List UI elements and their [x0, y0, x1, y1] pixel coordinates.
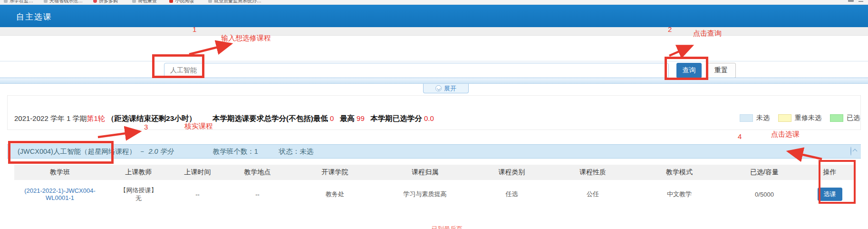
- course-status-value: 未选: [299, 147, 313, 156]
- table-header-row: 教学班 上课教师 上课时间 教学地点 开课学院 课程归属 课程类别 课程性质 教…: [14, 165, 856, 180]
- selected-credits: 0.0: [424, 114, 434, 122]
- semester-info-text: 2021-2022 学年 1 学期第1轮 （距选课结束还剩23小时） 本学期选课…: [14, 114, 434, 124]
- query-button[interactable]: 查询: [676, 63, 702, 78]
- bookmark-item[interactable]: 就业质量监测系统办…: [208, 0, 261, 5]
- course-status-label: 状态：: [279, 147, 300, 156]
- col-header-capacity: 已选/容量: [725, 168, 804, 177]
- bookmark-item[interactable]: 拼多多购: [93, 0, 118, 5]
- status-legend: 未选 重修未选 已选: [740, 114, 860, 122]
- col-header-action: 操作: [804, 168, 856, 177]
- class-time: --: [172, 191, 223, 198]
- col-header-teacher: 上课教师: [106, 168, 172, 177]
- selected-swatch: [830, 114, 843, 122]
- annotation-step4-number: 4: [738, 132, 742, 140]
- unselected-swatch: [740, 114, 753, 122]
- max-credits: 99: [357, 114, 365, 122]
- min-credits: 0: [330, 114, 334, 122]
- bookmark-item[interactable]: 小说阅读: [169, 0, 194, 5]
- select-course-button[interactable]: 选课: [818, 188, 842, 201]
- red-square-favicon-icon: [169, 0, 173, 3]
- browser-bookmarks-bar: 乐学在监… 天猫省钱示范… 拼多多购 荷包兼查 小说阅读 就业质量监测系统办…: [0, 0, 868, 5]
- page-title: 自主选课: [16, 11, 52, 22]
- annotation-arrow-2: [669, 46, 692, 56]
- teacher-name: 无: [106, 194, 172, 202]
- course-header-band[interactable]: (JWCX004)人工智能（超星网络课程） － 2.0 学分 教学班个数：1 状…: [7, 144, 861, 159]
- bookmark-label: 小说阅读: [175, 0, 194, 4]
- countdown-text: （距选课结束还剩23小时）: [107, 114, 196, 122]
- page-header: 自主选课: [0, 5, 868, 27]
- legend-label: 重修未选: [795, 114, 821, 122]
- collapse-course-button[interactable]: [850, 147, 859, 156]
- class-count-value: 1: [254, 148, 258, 155]
- class-mode: 中文教学: [634, 190, 725, 199]
- legend-item-retake: 重修未选: [778, 114, 821, 122]
- legend-item-unselected: 未选: [740, 114, 770, 122]
- favicon-icon: [4, 0, 8, 3]
- favicon-icon: [44, 0, 48, 3]
- bookmark-label: 拼多多购: [99, 0, 118, 4]
- col-header-nature: 课程性质: [552, 168, 634, 177]
- max-label: 最高: [340, 114, 355, 122]
- table-row: (2021-2022-1)-JWCX004-WL0001-1 【网络授课】 无 …: [14, 180, 856, 209]
- selected-label: 本学期已选学分: [370, 114, 422, 122]
- expand-toggle[interactable]: 展开: [423, 84, 469, 93]
- form-divider: [0, 61, 868, 61]
- course-title: (JWCX004)人工智能（超星网络课程）: [18, 147, 136, 156]
- annotation-step4-text: 点击选课: [771, 130, 800, 139]
- class-table: 教学班 上课教师 上课时间 教学地点 开课学院 课程归属 课程类别 课程性质 教…: [14, 165, 856, 209]
- col-header-college: 开课学院: [291, 168, 378, 177]
- bookmark-item[interactable]: 乐学在监…: [4, 0, 33, 5]
- expand-label: 展开: [444, 84, 456, 93]
- legend-label: 未选: [756, 114, 770, 122]
- menu-icon[interactable]: [858, 0, 863, 2]
- class-attribution: 学习与素质提高: [378, 190, 472, 199]
- chevron-down-icon: [435, 85, 442, 91]
- class-nature: 公任: [552, 190, 634, 199]
- chevron-up-icon: [850, 147, 851, 156]
- legend-item-selected: 已选: [830, 114, 860, 122]
- course-credits: 2.0 学分: [148, 147, 174, 156]
- col-header-attribution: 课程归属: [378, 168, 472, 177]
- class-capacity: 0/5000: [725, 191, 804, 198]
- course-dash: －: [139, 147, 146, 156]
- semester-info-panel: [7, 95, 861, 130]
- bookmark-label: 就业质量监测系统办…: [214, 0, 261, 4]
- col-header-time: 上课时间: [172, 168, 223, 177]
- bookmark-label: 乐学在监…: [10, 0, 33, 4]
- bookmark-item[interactable]: 荷包兼查: [132, 0, 157, 5]
- form-footer-strip: [0, 78, 868, 84]
- annotation-arrow-1: [189, 44, 231, 54]
- folder-icon[interactable]: [848, 0, 854, 2]
- col-header-class: 教学班: [14, 168, 106, 177]
- favicon-icon: [208, 0, 212, 3]
- end-of-list-text: 已到最后页: [432, 225, 463, 229]
- course-selection-screen: 乐学在监… 天猫省钱示范… 拼多多购 荷包兼查 小说阅读 就业质量监测系统办… …: [0, 0, 868, 229]
- class-location: --: [223, 191, 291, 198]
- round-text: 第1轮: [87, 114, 105, 122]
- legend-label: 已选: [847, 114, 860, 122]
- class-count-label: 教学班个数：: [213, 147, 254, 156]
- bookmark-item[interactable]: 天猫省钱示范…: [44, 0, 83, 5]
- class-college: 教务处: [291, 190, 378, 199]
- course-search-input[interactable]: [164, 63, 669, 78]
- header-sub-strip: [0, 27, 868, 36]
- col-header-mode: 教学模式: [634, 168, 725, 177]
- teacher-tag: 【网络授课】: [106, 186, 172, 194]
- requirement-label: 本学期选课要求总学分(不包括)最低: [212, 114, 328, 122]
- favicon-icon: [132, 0, 136, 3]
- class-code-link[interactable]: (2021-2022-1)-JWCX004-WL0001-1: [24, 187, 96, 201]
- class-category: 任选: [472, 190, 552, 199]
- term-text: 2021-2022 学年 1 学期: [14, 114, 87, 122]
- red-dot-favicon-icon: [93, 0, 97, 3]
- retake-swatch: [778, 114, 791, 122]
- reset-button[interactable]: 重置: [706, 63, 736, 78]
- bookmark-label: 天猫省钱示范…: [49, 0, 83, 4]
- col-header-category: 课程类别: [472, 168, 552, 177]
- col-header-location: 教学地点: [223, 168, 291, 177]
- annotation-arrow-3: [98, 131, 140, 137]
- bookmark-label: 荷包兼查: [138, 0, 157, 4]
